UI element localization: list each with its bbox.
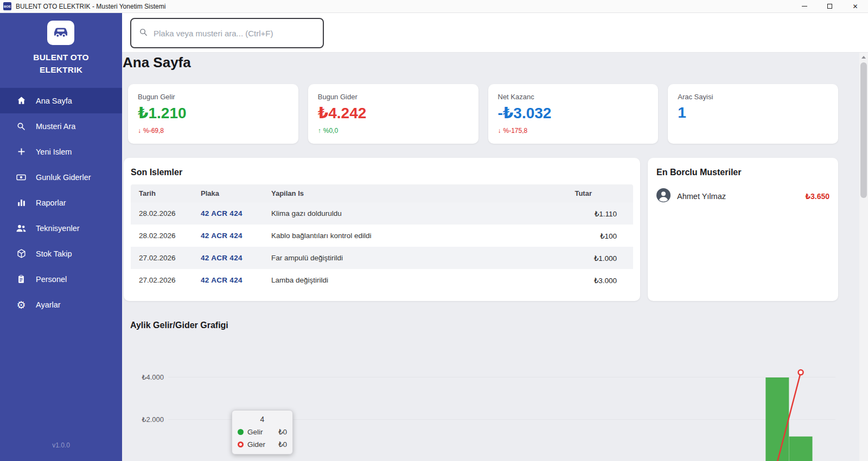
sidebar-nav: Ana Sayfa Musteri Ara Yeni Islem Gunluk … (0, 88, 122, 317)
column-header: Plaka (201, 189, 271, 197)
maximize-button[interactable] (817, 0, 843, 12)
app-logo (47, 21, 74, 45)
stat-delta: ↓ %-69,8 (138, 127, 289, 135)
cell-job: Klima gazı dolduruldu (271, 209, 552, 217)
table-header-row: Tarih Plaka Yapilan Is Tutar (131, 184, 633, 202)
cell-amount: ₺100 (552, 232, 633, 240)
y-axis-tick: ₺4.000 (137, 373, 164, 381)
stat-value: 1 (678, 104, 828, 121)
sidebar-item-label: Gunluk Giderler (36, 173, 91, 182)
stat-card-net-kazanc: Net Kazanc -₺3.032 ↓ %-175,8 (488, 84, 659, 144)
close-button[interactable]: ✕ (843, 0, 868, 12)
search-icon (139, 28, 148, 39)
trend-down-icon: ↓ (138, 127, 141, 135)
stat-label: Bugun Gelir (138, 93, 289, 101)
cell-plate: 42 ACR 424 (201, 254, 271, 262)
plus-icon (16, 146, 27, 157)
chart-title: Aylik Gelir/Gider Grafigi (130, 321, 228, 330)
scroll-up-icon (861, 56, 866, 59)
sidebar-item-teknisyenler[interactable]: Teknisyenler (0, 215, 122, 241)
cell-plate: 42 ACR 424 (201, 276, 271, 284)
sidebar-item-ayarlar[interactable]: ⚙ Ayarlar (0, 292, 122, 317)
bar-chart-icon (16, 197, 27, 208)
cell-plate: 42 ACR 424 (201, 209, 271, 217)
sidebar-item-stok-takip[interactable]: Stok Takip (0, 241, 122, 266)
cell-amount: ₺3.000 (552, 276, 633, 285)
maximize-icon (827, 4, 832, 9)
car-icon (52, 23, 70, 43)
cell-date: 28.02.2026 (139, 232, 201, 240)
sidebar-item-musteri-ara[interactable]: Musteri Ara (0, 113, 122, 139)
table-row[interactable]: 28.02.2026 42 ACR 424 Klima gazı dolduru… (131, 202, 633, 225)
sidebar-item-label: Raporlar (36, 199, 66, 207)
scroll-up-button[interactable] (859, 53, 868, 61)
top-debtors-panel: En Borclu Musteriler Ahmet Yılmaz ₺3.650 (648, 158, 838, 301)
debtor-amount: ₺3.650 (805, 192, 829, 201)
brand-title: BULENT OTO ELEKTRIK (0, 51, 122, 76)
stat-label: Bugun Gider (318, 93, 469, 101)
sidebar-item-raporlar[interactable]: Raporlar (0, 190, 122, 215)
tooltip-series-name: Gider (247, 440, 265, 449)
tooltip-row: Gider ₺0 (238, 440, 287, 449)
table-row[interactable]: 27.02.2026 42 ACR 424 Lamba değiştirildi… (131, 269, 633, 291)
gider-point-icon (238, 441, 244, 447)
sidebar-item-ana-sayfa[interactable]: Ana Sayfa (0, 88, 122, 113)
cell-date: 27.02.2026 (139, 276, 201, 284)
search-box[interactable] (130, 18, 324, 48)
sidebar-item-gunluk-giderler[interactable]: Gunluk Giderler (0, 164, 122, 190)
window-titlebar: BOE BULENT OTO ELEKTRIK - Musteri Yoneti… (0, 0, 868, 13)
cell-job: Kablo bağlantıları kontrol edildi (271, 232, 552, 240)
sidebar-item-label: Ayarlar (36, 300, 61, 309)
clipboard-icon (16, 274, 27, 285)
stat-delta-value: %0,0 (323, 127, 338, 135)
stat-card-arac-sayisi: Arac Sayisi 1 (668, 84, 838, 144)
cell-job: Far ampulü değiştirildi (271, 254, 552, 262)
y-axis-tick: ₺2.000 (137, 415, 164, 424)
stat-label: Net Kazanc (498, 93, 649, 101)
cell-plate: 42 ACR 424 (201, 232, 271, 240)
gridline (168, 377, 835, 377)
trend-down-icon: ↓ (498, 127, 501, 135)
search-icon (16, 121, 27, 132)
window-controls: ✕ (792, 0, 868, 12)
transactions-table: Tarih Plaka Yapilan Is Tutar 28.02.2026 … (131, 184, 633, 291)
stat-value: -₺3.032 (498, 104, 649, 122)
sidebar: BULENT OTO ELEKTRIK Ana Sayfa Musteri Ar… (0, 13, 122, 461)
chart-tooltip: 4 Gelir ₺0 Gider ₺0 (232, 410, 293, 454)
stat-card-bugun-gider: Bugun Gider ₺4.242 ↑ %0,0 (308, 84, 478, 144)
column-header: Tutar (552, 189, 633, 197)
cube-icon (16, 248, 27, 259)
minimize-icon (802, 6, 807, 7)
app-version: v1.0.0 (0, 441, 122, 449)
tooltip-series-value: ₺0 (278, 440, 287, 449)
window-title: BULENT OTO ELEKTRIK - Musteri Yonetim Si… (16, 3, 165, 10)
stat-value: ₺4.242 (318, 104, 469, 122)
list-item[interactable]: Ahmet Yılmaz ₺3.650 (656, 188, 829, 204)
stat-delta: ↓ %-175,8 (498, 127, 649, 135)
table-row[interactable]: 27.02.2026 42 ACR 424 Far ampulü değişti… (131, 247, 633, 269)
search-input[interactable] (154, 29, 315, 38)
cell-amount: ₺1.000 (552, 254, 633, 262)
sidebar-item-yeni-islem[interactable]: Yeni Islem (0, 139, 122, 164)
stat-delta-value: %-69,8 (143, 127, 164, 135)
tooltip-series-name: Gelir (247, 428, 263, 436)
debtor-name: Ahmet Yılmaz (677, 192, 726, 201)
stat-label: Arac Sayisi (678, 93, 828, 101)
table-row[interactable]: 28.02.2026 42 ACR 424 Kablo bağlantıları… (131, 225, 633, 247)
home-icon (16, 95, 27, 106)
app-icon: BOE (3, 2, 11, 10)
sidebar-item-label: Personel (36, 275, 67, 284)
sidebar-item-label: Teknisyenler (36, 224, 80, 233)
scrollbar-thumb[interactable] (860, 62, 867, 198)
scrollbar[interactable] (859, 53, 868, 461)
column-header: Yapilan Is (271, 189, 552, 197)
sidebar-item-personel[interactable]: Personel (0, 266, 122, 292)
stat-delta-value: %-175,8 (503, 127, 528, 135)
banknote-icon (16, 172, 27, 183)
page-title: Ana Sayfa (123, 54, 191, 71)
minimize-button[interactable] (792, 0, 817, 12)
stat-delta: ↑ %0,0 (318, 127, 469, 135)
sidebar-item-label: Ana Sayfa (36, 97, 72, 105)
cell-date: 28.02.2026 (139, 209, 201, 217)
cell-amount: ₺1.110 (552, 209, 633, 218)
